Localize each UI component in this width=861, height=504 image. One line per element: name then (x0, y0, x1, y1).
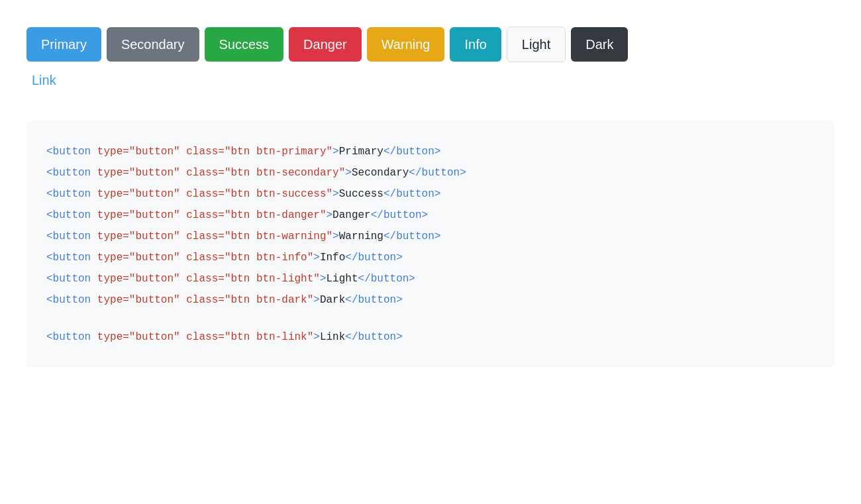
code-line-6: <button type="button" class="btn btn-inf… (46, 247, 815, 268)
dark-button[interactable]: Dark (571, 27, 628, 62)
warning-button[interactable]: Warning (367, 27, 445, 62)
buttons-row: Primary Secondary Success Danger Warning… (26, 26, 835, 62)
code-block: <button type="button" class="btn btn-pri… (26, 121, 835, 368)
light-button[interactable]: Light (507, 26, 566, 62)
code-line-7: <button type="button" class="btn btn-lig… (46, 268, 815, 289)
link-row: Link (26, 73, 835, 88)
code-line-4: <button type="button" class="btn btn-dan… (46, 205, 815, 226)
code-line-5: <button type="button" class="btn btn-war… (46, 226, 815, 247)
code-line-1: <button type="button" class="btn btn-pri… (46, 141, 815, 162)
code-blank (46, 311, 815, 327)
code-line-9: <button type="button" class="btn btn-lin… (46, 327, 815, 348)
link-button[interactable]: Link (26, 73, 62, 88)
danger-button[interactable]: Danger (289, 27, 362, 62)
code-line-8: <button type="button" class="btn btn-dar… (46, 289, 815, 311)
secondary-button[interactable]: Secondary (107, 27, 199, 62)
code-line-2: <button type="button" class="btn btn-sec… (46, 162, 815, 183)
code-line-3: <button type="button" class="btn btn-suc… (46, 183, 815, 205)
primary-button[interactable]: Primary (26, 27, 101, 62)
info-button[interactable]: Info (450, 27, 501, 62)
success-button[interactable]: Success (205, 27, 284, 62)
